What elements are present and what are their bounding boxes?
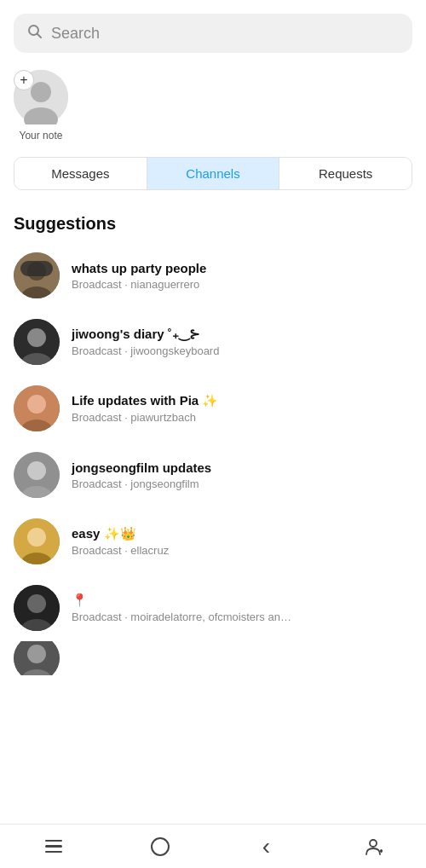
channel-item[interactable] [0, 641, 426, 675]
circle-icon [151, 837, 170, 856]
nav-back-icon[interactable]: ‹ [246, 830, 287, 864]
channel-item[interactable]: whats up party people Broadcast · nianag… [0, 242, 426, 309]
channel-avatar [14, 641, 60, 675]
channel-avatar [14, 252, 60, 298]
channel-sub: Broadcast · jongseongfilm [72, 477, 211, 490]
bottom-nav: ‹ [0, 824, 426, 868]
channel-info: Life updates with Pia ✨ Broadcast · piaw… [72, 393, 218, 424]
channel-item[interactable]: Life updates with Pia ✨ Broadcast · piaw… [0, 375, 426, 442]
channel-avatar [14, 452, 60, 498]
suggestions-heading: Suggestions [14, 214, 412, 234]
story-avatar-wrap[interactable]: + Your note [14, 70, 68, 142]
tab-channels[interactable]: Channels [147, 158, 280, 189]
search-bar[interactable]: Search [14, 14, 412, 53]
nav-home-icon[interactable] [140, 830, 181, 864]
story-section: + Your note [14, 70, 412, 142]
channel-avatar [14, 518, 60, 564]
svg-point-10 [27, 328, 46, 347]
channel-avatar [14, 385, 60, 431]
svg-point-25 [27, 645, 46, 663]
svg-point-13 [27, 395, 46, 414]
nav-person-icon[interactable] [353, 830, 394, 864]
tab-requests[interactable]: Requests [279, 158, 412, 189]
svg-point-3 [31, 82, 51, 102]
channel-item[interactable]: 📍 Broadcast · moiradelatorre, ofcmoister… [0, 575, 426, 641]
nav-bars-icon[interactable] [33, 830, 74, 864]
channel-name: 📍 [72, 593, 291, 608]
channel-info: whats up party people Broadcast · nianag… [72, 261, 206, 291]
svg-rect-8 [20, 261, 53, 276]
tabs-container: Messages Channels Requests [14, 157, 412, 190]
back-chevron-icon: ‹ [262, 833, 270, 860]
svg-point-22 [27, 594, 46, 613]
channel-name: Life updates with Pia ✨ [72, 393, 218, 408]
svg-line-1 [37, 34, 42, 38]
channel-name: jiwoong's diary ˚₊‿⊱ [72, 327, 219, 342]
channel-sub: Broadcast · ellacruz [72, 544, 169, 557]
channel-info: jiwoong's diary ˚₊‿⊱ Broadcast · jiwoong… [72, 327, 219, 357]
channel-avatar [14, 319, 60, 365]
story-avatar: + [14, 70, 68, 124]
channel-name: whats up party people [72, 261, 206, 275]
search-label: Search [51, 25, 100, 43]
three-lines-icon [45, 840, 62, 854]
channel-info: jongseongfilm updates Broadcast · jongse… [72, 460, 211, 490]
your-note-label: Your note [20, 130, 63, 142]
search-icon [27, 24, 43, 43]
channel-sub: Broadcast · moiradelatorre, ofcmoisters … [72, 610, 291, 623]
channel-info: 📍 Broadcast · moiradelatorre, ofcmoister… [72, 593, 291, 623]
channel-item[interactable]: jongseongfilm updates Broadcast · jongse… [0, 442, 426, 508]
channel-avatar [14, 585, 60, 631]
channel-sub: Broadcast · piawurtzbach [72, 411, 218, 424]
channel-info: easy ✨👑 Broadcast · ellacruz [72, 526, 169, 557]
channel-sub: Broadcast · jiwoongskeyboard [72, 344, 219, 357]
channel-name: jongseongfilm updates [72, 460, 211, 475]
channel-list: whats up party people Broadcast · nianag… [0, 242, 426, 675]
svg-point-19 [27, 528, 46, 547]
channel-item[interactable]: easy ✨👑 Broadcast · ellacruz [0, 508, 426, 575]
add-story-button[interactable]: + [14, 70, 34, 90]
svg-point-27 [370, 840, 377, 847]
tab-messages[interactable]: Messages [14, 158, 147, 189]
channel-sub: Broadcast · nianaguerrero [72, 278, 206, 291]
channel-item[interactable]: jiwoong's diary ˚₊‿⊱ Broadcast · jiwoong… [0, 309, 426, 375]
channel-name: easy ✨👑 [72, 526, 169, 541]
svg-point-16 [27, 461, 46, 480]
person-silhouette-icon [364, 837, 383, 856]
